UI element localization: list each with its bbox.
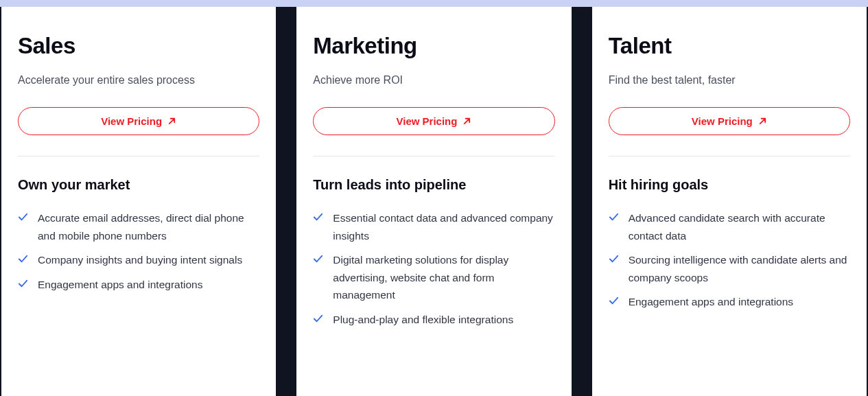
list-item: Sourcing intelligence with candidate ale…	[609, 251, 850, 286]
view-pricing-button[interactable]: View Pricing	[313, 107, 554, 135]
list-item: Plug-and-play and flexible integrations	[313, 311, 554, 329]
feature-text: Advanced candidate search with accurate …	[629, 209, 850, 244]
section-title: Hit hiring goals	[609, 177, 850, 193]
arrow-up-right-icon	[462, 117, 471, 126]
check-icon	[18, 254, 28, 264]
arrow-up-right-icon	[758, 117, 767, 126]
list-item: Engagement apps and integrations	[609, 293, 850, 311]
card-sales: Sales Accelerate your entire sales proce…	[1, 7, 276, 396]
card-title: Talent	[609, 33, 850, 59]
feature-text: Engagement apps and integrations	[629, 293, 793, 311]
divider	[313, 156, 554, 156]
features-list: Advanced candidate search with accurate …	[609, 209, 850, 311]
features-list: Accurate email addresses, direct dial ph…	[18, 209, 259, 293]
feature-text: Plug-and-play and flexible integrations	[333, 311, 513, 329]
top-band	[0, 0, 868, 7]
check-icon	[18, 279, 28, 289]
cards-row: Sales Accelerate your entire sales proce…	[0, 7, 868, 396]
list-item: Digital marketing solutions for display …	[313, 251, 554, 304]
button-label: View Pricing	[101, 115, 162, 127]
check-icon	[609, 212, 619, 222]
check-icon	[313, 314, 323, 324]
button-label: View Pricing	[397, 115, 458, 127]
feature-text: Sourcing intelligence with candidate ale…	[629, 251, 850, 286]
feature-text: Company insights and buying intent signa…	[38, 251, 242, 269]
feature-text: Accurate email addresses, direct dial ph…	[38, 209, 259, 244]
list-item: Advanced candidate search with accurate …	[609, 209, 850, 244]
feature-text: Digital marketing solutions for display …	[333, 251, 554, 304]
card-subtitle: Find the best talent, faster	[609, 74, 850, 86]
button-label: View Pricing	[692, 115, 753, 127]
divider	[18, 156, 259, 156]
view-pricing-button[interactable]: View Pricing	[609, 107, 850, 135]
feature-text: Essential contact data and advanced comp…	[333, 209, 554, 244]
check-icon	[18, 212, 28, 222]
list-item: Company insights and buying intent signa…	[18, 251, 259, 269]
divider	[609, 156, 850, 156]
list-item: Accurate email addresses, direct dial ph…	[18, 209, 259, 244]
section-title: Own your market	[18, 177, 259, 193]
card-subtitle: Achieve more ROI	[313, 74, 554, 86]
check-icon	[313, 254, 323, 264]
features-list: Essential contact data and advanced comp…	[313, 209, 554, 328]
check-icon	[609, 254, 619, 264]
check-icon	[609, 296, 619, 306]
arrow-up-right-icon	[167, 117, 176, 126]
section-title: Turn leads into pipeline	[313, 177, 554, 193]
card-talent: Talent Find the best talent, faster View…	[592, 7, 867, 396]
card-title: Sales	[18, 33, 259, 59]
list-item: Essential contact data and advanced comp…	[313, 209, 554, 244]
view-pricing-button[interactable]: View Pricing	[18, 107, 259, 135]
card-subtitle: Accelerate your entire sales process	[18, 74, 259, 86]
card-title: Marketing	[313, 33, 554, 59]
list-item: Engagement apps and integrations	[18, 276, 259, 294]
check-icon	[313, 212, 323, 222]
card-marketing: Marketing Achieve more ROI View Pricing …	[296, 7, 571, 396]
feature-text: Engagement apps and integrations	[38, 276, 202, 294]
